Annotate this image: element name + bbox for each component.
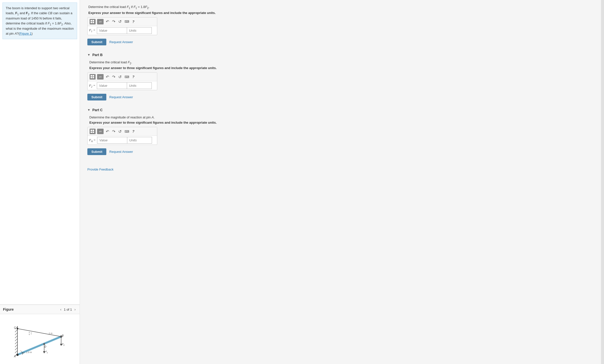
part-b-refresh-button[interactable]: ↺: [118, 74, 122, 80]
part-a-help-button[interactable]: ?: [132, 19, 135, 24]
svg-rect-39: [93, 77, 94, 78]
part-b-input-row: F2 =: [88, 81, 157, 90]
part-b-input-container: uA ↶ ↷ ↺ ⌨ ? F2 =: [87, 72, 157, 90]
svg-line-9: [15, 330, 17, 332]
svg-line-4: [15, 345, 17, 347]
part-c-instruction: Express your answer to three significant…: [88, 121, 594, 124]
svg-point-17: [43, 343, 45, 345]
part-c-label: FA =: [89, 138, 97, 143]
scrollbar[interactable]: [601, 0, 604, 364]
figure-svg: 1 m 1.5 m 30° A C B D F1 F2 2: [12, 316, 67, 362]
part-b-section: ▼ Part B Determine the critical load F2.…: [87, 53, 594, 101]
svg-text:1.5 m: 1.5 m: [26, 351, 32, 354]
part-c-unit-button[interactable]: uA: [97, 129, 104, 134]
figure-title: Figure: [3, 307, 14, 311]
figure-prev-button[interactable]: ‹: [59, 307, 62, 312]
svg-rect-43: [93, 132, 94, 133]
svg-line-8: [15, 333, 17, 335]
part-c-refresh-button[interactable]: ↺: [118, 129, 122, 134]
part-b-keyboard-button[interactable]: ⌨: [124, 75, 130, 79]
part-b-label: Part B: [92, 53, 103, 57]
part-a-submit-button[interactable]: Submit: [87, 39, 106, 45]
part-c-chevron[interactable]: ▼: [87, 108, 90, 112]
part-a-label: F1 =: [89, 28, 97, 33]
figure-nav: ‹ 1 of 1 ›: [59, 307, 77, 312]
part-b-request-answer-link[interactable]: Request Answer: [109, 95, 133, 99]
figure-header: Figure ‹ 1 of 1 ›: [0, 305, 80, 314]
part-b-description: Determine the critical load F2.: [88, 60, 594, 65]
part-a-action-row: Submit Request Answer: [87, 39, 594, 45]
svg-text:A: A: [14, 355, 16, 358]
svg-text:C: C: [14, 326, 16, 329]
part-a-unit-button[interactable]: uA: [97, 19, 104, 24]
part-c-submit-button[interactable]: Submit: [87, 148, 106, 155]
svg-rect-32: [91, 20, 92, 21]
part-c-section: ▼ Part C Determine the magnitude of reac…: [87, 108, 594, 155]
part-b-unit-button[interactable]: uA: [97, 74, 104, 80]
part-c-description: Determine the magnitude of reaction at p…: [88, 115, 594, 119]
svg-rect-40: [91, 130, 92, 131]
part-b-value-input[interactable]: [97, 82, 127, 89]
part-c-request-answer-link[interactable]: Request Answer: [109, 150, 133, 154]
figure-image: 1 m 1.5 m 30° A C B D F1 F2 2: [0, 314, 80, 364]
part-a-input-container: uA ↶ ↷ ↺ ⌨ ? F1 =: [87, 17, 157, 35]
svg-text:B: B: [62, 334, 64, 337]
part-a-grid-button[interactable]: [90, 19, 96, 24]
provide-feedback-link[interactable]: Provide Feedback: [87, 168, 114, 171]
part-c-units-input[interactable]: [127, 137, 152, 144]
part-c-input-row: FA =: [88, 136, 157, 145]
part-a-refresh-button[interactable]: ↺: [118, 19, 122, 24]
main-content: Determine the critical load F1 if F1 = 1…: [80, 0, 601, 364]
part-b-help-button[interactable]: ?: [132, 75, 135, 79]
svg-line-2: [15, 351, 17, 353]
part-a-units-input[interactable]: [127, 27, 152, 34]
part-a-value-input[interactable]: [97, 27, 127, 34]
part-b-toolbar: uA ↶ ↷ ↺ ⌨ ?: [88, 73, 157, 81]
part-a-instruction: Express your answer to three significant…: [87, 11, 594, 15]
svg-rect-41: [93, 130, 94, 131]
svg-rect-33: [93, 20, 94, 21]
part-b-instruction: Express your answer to three significant…: [88, 66, 594, 70]
part-a-input-row: F1 =: [88, 26, 157, 35]
part-b-label: F2 =: [89, 84, 97, 88]
part-a-request-answer-link[interactable]: Request Answer: [109, 40, 133, 44]
part-a-redo-button[interactable]: ↷: [111, 19, 116, 24]
svg-text:30°: 30°: [22, 352, 25, 354]
part-b-chevron[interactable]: ▼: [87, 53, 90, 57]
part-a-keyboard-button[interactable]: ⌨: [124, 19, 130, 24]
part-c-toolbar: uA ↶ ↷ ↺ ⌨ ?: [88, 127, 157, 136]
svg-text:1 m: 1 m: [49, 332, 53, 335]
sidebar: The boom is intended to support two vert…: [0, 0, 80, 364]
part-c-action-row: Submit Request Answer: [87, 148, 594, 155]
part-c-header: ▼ Part C: [87, 108, 594, 112]
part-c-redo-button[interactable]: ↷: [111, 129, 116, 134]
part-c-help-button[interactable]: ?: [132, 129, 135, 134]
part-b-action-row: Submit Request Answer: [87, 94, 594, 100]
part-a-toolbar: uA ↶ ↷ ↺ ⌨ ?: [88, 17, 157, 26]
svg-text:F2: F2: [62, 343, 65, 346]
part-c-undo-button[interactable]: ↶: [105, 129, 110, 134]
svg-rect-36: [91, 75, 92, 77]
part-c-keyboard-button[interactable]: ⌨: [124, 129, 130, 134]
svg-line-6: [15, 339, 17, 341]
part-a-undo-button[interactable]: ↶: [105, 19, 110, 24]
part-c-label: Part C: [92, 108, 103, 112]
svg-point-14: [16, 354, 18, 356]
svg-rect-34: [91, 22, 92, 23]
part-c-value-input[interactable]: [97, 137, 127, 144]
svg-line-7: [15, 336, 17, 338]
part-b-grid-button[interactable]: [90, 74, 96, 80]
part-c-grid-button[interactable]: [90, 129, 96, 134]
svg-line-13: [17, 329, 61, 337]
part-b-redo-button[interactable]: ↷: [111, 74, 116, 80]
svg-point-15: [17, 328, 18, 329]
part-b-undo-button[interactable]: ↶: [105, 74, 110, 80]
figure-link[interactable]: Figure 1: [20, 32, 32, 35]
svg-line-5: [15, 342, 17, 344]
part-b-units-input[interactable]: [127, 82, 152, 89]
figure-next-button[interactable]: ›: [73, 307, 77, 312]
part-b-submit-button[interactable]: Submit: [87, 94, 106, 100]
svg-text:D: D: [44, 345, 46, 348]
part-c-input-container: uA ↶ ↷ ↺ ⌨ ? FA =: [87, 127, 157, 145]
part-b-header: ▼ Part B: [87, 53, 594, 57]
